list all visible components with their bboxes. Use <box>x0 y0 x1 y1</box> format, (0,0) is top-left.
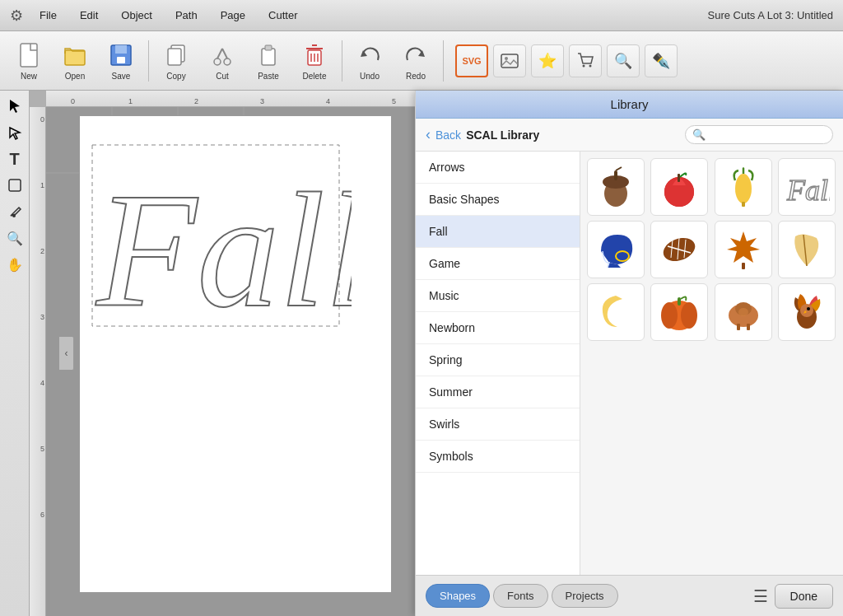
shape-corn[interactable] <box>715 158 772 216</box>
save-button[interactable]: Save <box>99 35 143 87</box>
tab-projects[interactable]: Projects <box>552 584 618 608</box>
svg-rect-4 <box>117 57 125 63</box>
separator-2 <box>342 40 342 82</box>
tab-fonts[interactable]: Fonts <box>493 584 548 608</box>
shape-fall-text[interactable]: Fall <box>778 158 836 216</box>
text-tool[interactable]: T <box>2 147 27 171</box>
category-newborn[interactable]: Newborn <box>416 312 580 344</box>
menu-file[interactable]: File <box>36 7 60 23</box>
svg-rect-48 <box>678 174 680 182</box>
shape-crescent-moon[interactable] <box>587 283 645 341</box>
pen-draw-tool[interactable] <box>2 199 27 224</box>
delete-button[interactable]: Delete <box>292 35 337 87</box>
left-toolbox: T 🔍 ✋ <box>0 91 30 616</box>
svg-line-9 <box>217 49 222 58</box>
library-search-box[interactable]: 🔍 <box>685 125 833 144</box>
svg-rect-58 <box>742 263 745 269</box>
menu-cutter[interactable]: Cutter <box>265 7 300 23</box>
select-tool[interactable] <box>2 94 27 119</box>
toolbar: New Open Save Copy Cut Paste <box>0 31 843 91</box>
shape-football[interactable] <box>650 221 708 278</box>
shape-tool[interactable] <box>2 173 27 198</box>
svg-rect-44 <box>614 170 617 180</box>
ruler-vertical: 0 1 2 3 4 5 6 <box>30 107 46 616</box>
node-tool[interactable] <box>2 120 27 145</box>
library-body: Arrows Basic Shapes Fall Game Music Newb… <box>416 152 843 575</box>
category-summer[interactable]: Summer <box>416 376 580 408</box>
svg-marker-25 <box>10 100 20 113</box>
list-view-icon[interactable]: ☰ <box>753 586 768 606</box>
category-music[interactable]: Music <box>416 280 580 312</box>
separator-3 <box>443 40 444 82</box>
svg-rect-66 <box>737 324 740 330</box>
category-basic-shapes[interactable]: Basic Shapes <box>416 184 580 216</box>
svg-line-10 <box>222 49 227 58</box>
svg-rect-6 <box>168 49 181 65</box>
menu-object[interactable]: Object <box>118 7 156 23</box>
back-label[interactable]: Back <box>435 128 461 142</box>
library-search-input[interactable] <box>706 128 826 141</box>
shape-roast-turkey[interactable] <box>715 283 772 341</box>
shape-acorn[interactable] <box>587 158 645 216</box>
shape-feather[interactable] <box>778 221 836 278</box>
search-tool-button[interactable]: 🔍 <box>607 44 640 77</box>
separator-1 <box>148 40 149 82</box>
copy-button[interactable]: Copy <box>154 35 198 87</box>
star-button[interactable]: ⭐ <box>531 44 564 77</box>
back-arrow-icon[interactable]: ‹ <box>426 126 431 143</box>
category-spring[interactable]: Spring <box>416 344 580 376</box>
svg-point-24 <box>589 64 592 67</box>
category-arrows[interactable]: Arrows <box>416 152 580 184</box>
library-title: Library <box>611 97 649 111</box>
shape-apple[interactable] <box>650 158 708 216</box>
menu-bar: File Edit Object Path Page Cutter <box>36 7 300 23</box>
library-nav-title: SCAL Library <box>466 128 539 142</box>
svg-rect-63 <box>678 297 681 306</box>
tab-shapes[interactable]: Shapes <box>426 584 490 608</box>
menu-path[interactable]: Path <box>172 7 201 23</box>
menu-page[interactable]: Page <box>217 7 249 23</box>
open-button[interactable]: Open <box>53 35 97 87</box>
paste-button[interactable]: Paste <box>246 35 291 87</box>
pan-tool[interactable]: ✋ <box>2 252 27 277</box>
gear-icon[interactable]: ⚙ <box>10 7 23 25</box>
svg-point-22 <box>505 57 508 60</box>
category-game[interactable]: Game <box>416 248 580 280</box>
search-icon: 🔍 <box>692 128 706 141</box>
undo-button[interactable]: Undo <box>347 35 392 87</box>
category-swirls[interactable]: Swirls <box>416 408 580 441</box>
menu-edit[interactable]: Edit <box>77 7 101 23</box>
shape-maple-leaf[interactable] <box>715 221 772 278</box>
new-button[interactable]: New <box>7 35 51 87</box>
scroll-left-arrow[interactable]: ‹ <box>59 337 74 370</box>
svg-rect-3 <box>115 45 127 54</box>
image-button[interactable] <box>493 44 526 77</box>
library-footer: Shapes Fonts Projects ☰ Done <box>416 575 843 616</box>
svg-import-button[interactable]: SVG <box>455 44 488 77</box>
shape-turkey-bird[interactable] <box>778 283 836 341</box>
svg-rect-1 <box>65 50 85 65</box>
shape-football-helmet[interactable] <box>587 221 645 278</box>
category-list: Arrows Basic Shapes Fall Game Music Newb… <box>416 152 580 575</box>
tab-group: Shapes Fonts Projects <box>426 584 618 608</box>
svg-line-45 <box>616 167 622 170</box>
titlebar: ⚙ File Edit Object Path Page Cutter Sure… <box>0 0 843 31</box>
category-symbols[interactable]: Symbols <box>416 441 580 473</box>
svg-point-71 <box>807 307 810 310</box>
svg-rect-27 <box>9 180 21 191</box>
category-fall[interactable]: Fall <box>416 216 580 248</box>
svg-rect-50 <box>742 202 745 207</box>
zoom-tool[interactable]: 🔍 <box>2 226 27 250</box>
shape-pumpkin[interactable] <box>650 283 708 341</box>
right-toolbar: SVG ⭐ 🔍 ✒️ <box>455 44 678 77</box>
svg-point-7 <box>214 58 221 65</box>
redo-button[interactable]: Redo <box>394 35 438 87</box>
svg-point-8 <box>224 58 231 65</box>
svg-point-61 <box>661 302 678 329</box>
pen-tool-button[interactable]: ✒️ <box>645 44 678 77</box>
footer-right: ☰ Done <box>753 584 833 609</box>
done-button[interactable]: Done <box>775 584 833 609</box>
cut-button[interactable]: Cut <box>200 35 245 87</box>
cart-button[interactable] <box>569 44 602 77</box>
svg-rect-67 <box>747 324 750 330</box>
